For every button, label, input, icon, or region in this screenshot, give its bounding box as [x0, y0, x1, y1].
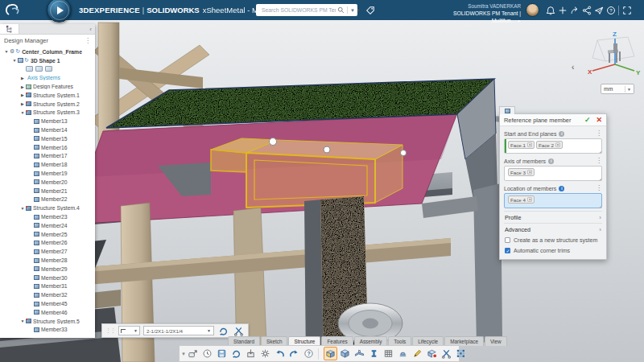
settings-button[interactable]: [258, 347, 272, 360]
import-export-button[interactable]: [244, 347, 258, 360]
vertex-handle[interactable]: [324, 146, 330, 153]
search-scope-chevron-icon[interactable]: ▼: [350, 8, 355, 13]
tree-item-member45[interactable]: Member45: [0, 299, 95, 308]
tree-item-axis-systems[interactable]: ▶Axis Systems: [0, 73, 95, 82]
orientation-triad[interactable]: X Y Z: [581, 29, 641, 82]
panel-collapse-icon[interactable]: ‹: [86, 24, 95, 34]
corner-style-dropdown[interactable]: ▼: [118, 326, 140, 335]
ref-plane-icon[interactable]: [45, 66, 52, 72]
command-tab[interactable]: [499, 106, 515, 114]
update-button[interactable]: [229, 347, 243, 360]
tree-item-structure-system-5[interactable]: ▼Structure System.5: [0, 317, 95, 326]
info-icon[interactable]: i: [559, 186, 564, 191]
tree-item-member26[interactable]: Member26: [0, 239, 95, 248]
collaboration-network-icon[interactable]: [580, 0, 592, 20]
flange-button[interactable]: [353, 347, 366, 360]
share-model-button[interactable]: [186, 347, 200, 360]
tree-item-member16[interactable]: Member16: [0, 143, 95, 152]
profile-size-combobox[interactable]: 2-1/2X1-1/2X1/4 ▼: [143, 326, 214, 335]
chip-remove-icon[interactable]: ✕: [527, 142, 532, 147]
tree-item-member24[interactable]: Member24: [0, 221, 95, 230]
dassault-3ds-logo[interactable]: [4, 2, 36, 17]
notifications-bell-icon[interactable]: [544, 0, 556, 20]
info-icon[interactable]: i: [559, 131, 564, 137]
tree-item-member32[interactable]: Member32: [0, 290, 95, 299]
tree-item-design-features[interactable]: ▶Design Features: [0, 82, 95, 91]
expander-advanced[interactable]: Advanced›: [504, 223, 602, 235]
trim-button[interactable]: [440, 347, 453, 360]
cancel-x-icon[interactable]: ✕: [596, 116, 602, 124]
tab-design-tree[interactable]: [0, 24, 19, 34]
selection-input[interactable]: Face.1✕Face 2✕: [504, 138, 602, 154]
ref-plane-icon[interactable]: [35, 66, 43, 72]
expand-arrow-icon[interactable]: ▼: [3, 49, 10, 54]
redo-button[interactable]: [287, 347, 301, 360]
face-chip[interactable]: Face.1✕: [508, 141, 535, 149]
chip-remove-icon[interactable]: ✕: [527, 170, 532, 175]
primitive-cube-button[interactable]: [338, 347, 352, 360]
vertex-handle[interactable]: [270, 138, 277, 146]
confirm-check-icon[interactable]: ✓: [584, 116, 591, 124]
tag-button[interactable]: [364, 4, 376, 16]
panel-menu-icon[interactable]: ⋮: [85, 38, 91, 44]
user-avatar[interactable]: [526, 3, 539, 17]
tree-item-member25[interactable]: Member25: [0, 230, 95, 239]
ref-plane-icon[interactable]: [26, 66, 33, 72]
tree-item-member13[interactable]: Member13: [0, 117, 95, 125]
history-button[interactable]: [200, 347, 214, 360]
checkbox-create-as-a-new-structure-system[interactable]: Create as a new structure system: [504, 235, 602, 245]
tree-item-member30[interactable]: Member30: [0, 274, 95, 282]
tree-item-member21[interactable]: Member21: [0, 187, 95, 195]
search-input[interactable]: [260, 6, 337, 14]
expand-arrow-icon[interactable]: ▼: [19, 110, 26, 115]
tree-item-member18[interactable]: Member18: [0, 160, 95, 169]
align-profile-button[interactable]: [233, 325, 245, 336]
add-plus-icon[interactable]: [556, 0, 568, 20]
checkbox[interactable]: [505, 248, 510, 253]
tree-item-member14[interactable]: Member14: [0, 125, 95, 134]
checkbox-automatic-corner-trims[interactable]: Automatic corner trims: [504, 245, 602, 256]
tree-item-member33[interactable]: Member33: [0, 326, 95, 335]
expand-arrow-icon[interactable]: ▼: [19, 206, 26, 211]
expand-arrow-icon[interactable]: ▼: [19, 319, 26, 323]
tenant-selector[interactable]: SOLIDWORKS PM Tenant | Multifun... ▼: [431, 10, 521, 25]
cut-list-table-button[interactable]: [382, 347, 395, 360]
structural-beam-button[interactable]: [367, 347, 381, 360]
face-chip[interactable]: Face 2✕: [536, 141, 563, 149]
info-icon[interactable]: i: [548, 158, 554, 164]
tree-item-member17[interactable]: Member17: [0, 152, 95, 161]
global-search[interactable]: ▼: [256, 4, 357, 16]
chip-remove-icon[interactable]: ✕: [555, 142, 560, 147]
face-chip[interactable]: Face 4✕: [508, 195, 535, 204]
tree-item-member46[interactable]: Member46: [0, 308, 95, 317]
tree-item-center-column-frame[interactable]: ▼⚙↻Center_Column_Frame: [0, 47, 95, 56]
rotate-profile-button[interactable]: [217, 325, 229, 336]
help-icon[interactable]: ?: [605, 0, 617, 20]
section-menu-icon[interactable]: ⋮: [596, 130, 602, 137]
section-menu-icon[interactable]: ⋮: [596, 185, 602, 191]
tree-item-member20[interactable]: Member20: [0, 178, 95, 187]
corner-management-button[interactable]: [425, 347, 439, 360]
tree-item-member15[interactable]: Member15: [0, 134, 95, 143]
selection-input[interactable]: Face 4✕: [504, 193, 602, 208]
face-chip[interactable]: Face 3✕: [508, 168, 535, 176]
checkbox[interactable]: [505, 237, 510, 243]
sketch-button[interactable]: [411, 347, 424, 360]
tree-item-planes[interactable]: [0, 65, 95, 74]
chip-remove-icon[interactable]: ✕: [527, 197, 532, 202]
tree-item-member29[interactable]: Member29: [0, 265, 95, 274]
tree-item-3d-shape-1[interactable]: ▼↻3D Shape 1: [0, 56, 95, 65]
expand-arrow-icon[interactable]: ▼: [11, 58, 18, 63]
drag-handle-icon[interactable]: ⋮⋮: [105, 327, 115, 334]
fullscreen-icon[interactable]: [621, 0, 633, 20]
stamp-button[interactable]: [396, 347, 410, 360]
expand-arrow-icon[interactable]: ▶: [19, 101, 26, 106]
selection-input[interactable]: Face 3✕: [504, 166, 602, 181]
user-block[interactable]: Soumitra VADNERKAR SOLIDWORKS PM Tenant …: [431, 2, 521, 25]
tree-item-structure-system-1[interactable]: ▶Structure System.1: [0, 91, 95, 100]
tree-item-structure-system-4[interactable]: ▼Structure System.4: [0, 204, 95, 212]
vertex-handle[interactable]: [400, 150, 406, 155]
pattern-button[interactable]: [454, 347, 468, 360]
tree-item-member19[interactable]: Member19: [0, 169, 95, 178]
tree-item-structure-system-3[interactable]: ▼Structure System.3: [0, 109, 95, 117]
